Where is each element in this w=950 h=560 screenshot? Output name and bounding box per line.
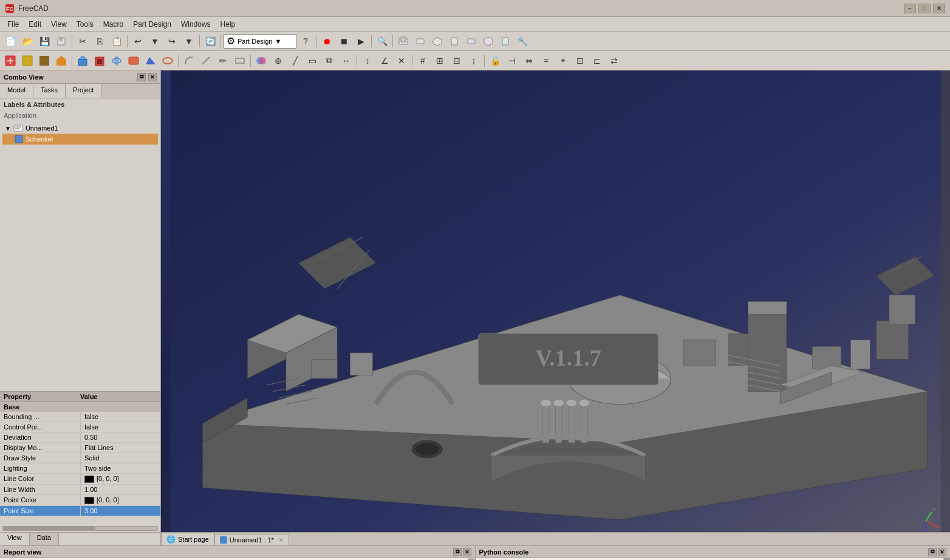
copy-button[interactable]: ⎘ bbox=[92, 33, 108, 49]
paste-button[interactable]: 📋 bbox=[109, 33, 125, 49]
view-top-button[interactable] bbox=[429, 33, 445, 49]
external-button[interactable]: ⊏ bbox=[589, 53, 605, 69]
snap-button[interactable]: ⊞ bbox=[432, 53, 448, 69]
save-button[interactable]: 💾 bbox=[36, 33, 52, 49]
property-scrollbar-track[interactable] bbox=[2, 526, 158, 531]
tab-project[interactable]: Project bbox=[66, 84, 101, 98]
view-front-button[interactable] bbox=[412, 33, 428, 49]
property-scrollbar[interactable] bbox=[0, 525, 160, 532]
chamfer-button[interactable] bbox=[198, 53, 214, 69]
thickness-button[interactable] bbox=[232, 53, 248, 69]
menu-file[interactable]: File bbox=[2, 19, 24, 30]
view-fit-all-button[interactable]: 🔍 bbox=[374, 33, 390, 49]
help-button[interactable]: ? bbox=[298, 33, 313, 49]
unnamed1-tab-close[interactable]: ✕ bbox=[279, 537, 284, 543]
prop-row-bounding[interactable]: Bounding ... false bbox=[0, 412, 160, 422]
minimize-button[interactable]: − bbox=[904, 4, 916, 13]
prop-row-point-size[interactable]: Point Size 3.00 bbox=[0, 506, 160, 516]
property-scrollbar-thumb[interactable] bbox=[3, 527, 95, 530]
pad-button[interactable] bbox=[75, 53, 91, 69]
menu-tools[interactable]: Tools bbox=[72, 19, 98, 30]
play-macro-button[interactable]: ▶ bbox=[353, 33, 369, 49]
attach-sketch-button[interactable] bbox=[19, 53, 35, 69]
lock-button[interactable]: 🔒 bbox=[487, 53, 503, 69]
tab-unnamed1[interactable]: Unnamed1 : 1* ✕ bbox=[214, 534, 289, 545]
open-file-button[interactable]: 📂 bbox=[19, 33, 35, 49]
menu-help[interactable]: Help bbox=[216, 19, 241, 30]
plane-button[interactable]: ▭ bbox=[304, 53, 320, 69]
tab-view[interactable]: View bbox=[0, 533, 30, 545]
anchor-button[interactable]: ⊣ bbox=[504, 53, 520, 69]
report-view-float[interactable]: ⧉ bbox=[453, 548, 462, 556]
record-macro-button[interactable]: ⏺ bbox=[319, 33, 335, 49]
prop-row-control-poi[interactable]: Control Poi... false bbox=[0, 422, 160, 432]
tree-item-schenkel[interactable]: Schenkel bbox=[2, 134, 158, 145]
view-home-button[interactable] bbox=[395, 33, 411, 49]
tree-arrow-unnamed1[interactable]: ▼ bbox=[5, 125, 11, 132]
revolution-button[interactable] bbox=[109, 53, 125, 69]
menu-windows[interactable]: Windows bbox=[176, 19, 216, 30]
view-left-button[interactable] bbox=[497, 33, 513, 49]
python-console-float[interactable]: ⧉ bbox=[928, 548, 937, 556]
redo-button[interactable]: ↪ bbox=[164, 33, 180, 49]
redo-dropdown[interactable]: ▼ bbox=[181, 33, 197, 49]
undo-button[interactable]: ↩ bbox=[130, 33, 146, 49]
align-button[interactable]: ⇔ bbox=[521, 53, 537, 69]
undo-dropdown[interactable]: ▼ bbox=[147, 33, 163, 49]
combo-view-close[interactable]: ✕ bbox=[148, 73, 157, 81]
menu-view[interactable]: View bbox=[46, 19, 72, 30]
tab-model[interactable]: Model bbox=[0, 84, 33, 98]
save-as-button[interactable] bbox=[53, 33, 69, 49]
prop-row-deviation[interactable]: Deviation 0.50 bbox=[0, 432, 160, 443]
close-button[interactable]: ✕ bbox=[933, 4, 945, 13]
mirror-button[interactable]: ⇄ bbox=[606, 53, 622, 69]
view-isometric-button[interactable]: 🔧 bbox=[514, 33, 530, 49]
stop-macro-button[interactable]: ⏹ bbox=[336, 33, 352, 49]
measure-angular-button[interactable]: ∠ bbox=[377, 53, 392, 69]
prop-row-lighting[interactable]: Lighting Two side bbox=[0, 463, 160, 474]
part-feature-button[interactable] bbox=[53, 53, 69, 69]
sym-button[interactable]: ⌖ bbox=[555, 53, 571, 69]
pocket-button[interactable] bbox=[92, 53, 108, 69]
equal-button[interactable]: = bbox=[538, 53, 554, 69]
additive-loft-button[interactable] bbox=[143, 53, 159, 69]
prop-row-display-mode[interactable]: Display Mo... Flat Lines bbox=[0, 443, 160, 453]
workbench-dropdown[interactable]: ⚙ Part Design ▼ bbox=[224, 34, 296, 49]
view-bottom-button[interactable] bbox=[480, 33, 496, 49]
edit-sketch-button[interactable] bbox=[36, 53, 52, 69]
tab-tasks[interactable]: Tasks bbox=[33, 84, 66, 98]
constraint-button[interactable]: ⊟ bbox=[449, 53, 465, 69]
boolean-button[interactable] bbox=[253, 53, 269, 69]
dimension-button[interactable]: ↨ bbox=[466, 53, 482, 69]
cut-button[interactable]: ✂ bbox=[75, 33, 91, 49]
prop-row-draw-style[interactable]: Draw Style Solid bbox=[0, 453, 160, 463]
measure-linear-button[interactable]: ↕ bbox=[360, 53, 375, 69]
viewport[interactable]: V.1.1.7 bbox=[161, 70, 950, 545]
toggle-grid-button[interactable]: # bbox=[415, 53, 431, 69]
point-button[interactable]: ⊕ bbox=[270, 53, 286, 69]
block-button[interactable]: ⊡ bbox=[572, 53, 588, 69]
combo-view-float[interactable]: ⧉ bbox=[137, 73, 146, 81]
tab-data[interactable]: Data bbox=[30, 533, 59, 545]
fillet-button[interactable] bbox=[181, 53, 197, 69]
draft-button[interactable]: ✏ bbox=[215, 53, 231, 69]
pipe-button[interactable] bbox=[160, 53, 176, 69]
menu-part-design[interactable]: Part Design bbox=[128, 19, 176, 30]
clone-button[interactable]: ⧉ bbox=[321, 53, 337, 69]
move-button[interactable]: ↔ bbox=[338, 53, 354, 69]
maximize-button[interactable]: □ bbox=[918, 4, 931, 13]
tree-item-unnamed1[interactable]: ▼ Unnamed1 bbox=[2, 123, 158, 134]
new-file-button[interactable]: 📄 bbox=[2, 33, 18, 49]
view-back-button[interactable] bbox=[463, 33, 479, 49]
prop-row-point-color[interactable]: Point Color [0, 0, 0] bbox=[0, 495, 160, 506]
tab-start-page[interactable]: 🌐 Start page bbox=[161, 533, 214, 545]
prop-row-line-color[interactable]: Line Color [0, 0, 0] bbox=[0, 474, 160, 485]
menu-edit[interactable]: Edit bbox=[24, 19, 46, 30]
prop-row-line-width[interactable]: Line Width 1.00 bbox=[0, 485, 160, 495]
measure-clear-button[interactable]: ✕ bbox=[394, 53, 409, 69]
refresh-button[interactable]: 🔄 bbox=[202, 33, 218, 49]
python-console-close[interactable]: ✕ bbox=[938, 548, 946, 556]
sketch-button[interactable] bbox=[2, 53, 18, 69]
groove-button[interactable] bbox=[126, 53, 142, 69]
view-right-button[interactable] bbox=[446, 33, 462, 49]
